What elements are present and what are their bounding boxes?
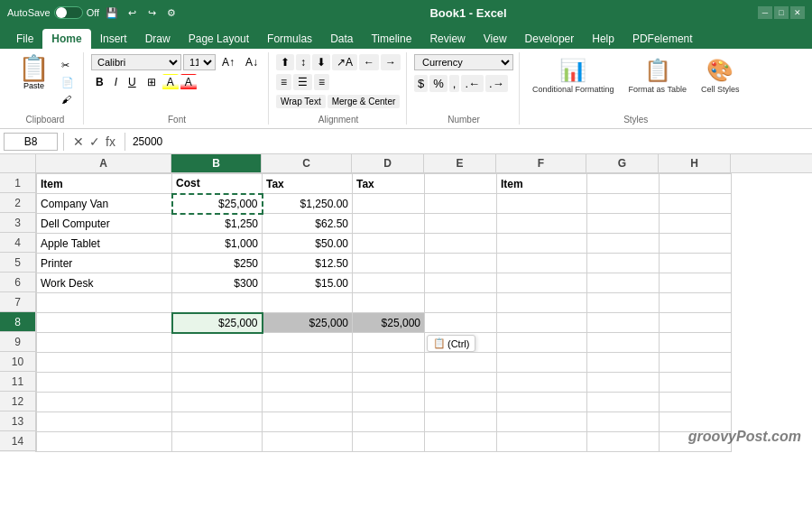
cell-g12[interactable] bbox=[587, 393, 660, 412]
cell-h11[interactable] bbox=[660, 373, 732, 393]
cell-styles-button[interactable]: 🎨 Cell Styles bbox=[696, 54, 745, 97]
col-header-c[interactable]: C bbox=[262, 154, 352, 172]
cell-e6[interactable] bbox=[425, 273, 497, 293]
row-header-5[interactable]: 5 bbox=[0, 253, 35, 273]
font-size-select[interactable]: 11 bbox=[183, 54, 216, 70]
align-bottom-button[interactable]: ⬇ bbox=[312, 54, 330, 70]
cell-c6[interactable]: $15.00 bbox=[263, 273, 353, 293]
confirm-formula-icon[interactable]: ✓ bbox=[89, 134, 100, 149]
cell-d13[interactable] bbox=[353, 412, 425, 432]
tab-data[interactable]: Data bbox=[321, 29, 362, 49]
cell-e11[interactable] bbox=[425, 373, 497, 393]
cell-c5[interactable]: $12.50 bbox=[263, 254, 353, 273]
cell-g1[interactable] bbox=[587, 174, 660, 194]
cell-d9[interactable] bbox=[353, 333, 425, 353]
cell-e2[interactable] bbox=[425, 194, 497, 214]
cell-a3[interactable]: Dell Computer bbox=[37, 214, 172, 234]
cell-a4[interactable]: Apple Tablet bbox=[37, 234, 172, 254]
cell-e13[interactable] bbox=[425, 412, 497, 432]
cell-a14[interactable] bbox=[37, 432, 172, 452]
cell-h5[interactable] bbox=[660, 254, 732, 273]
cell-g7[interactable] bbox=[587, 293, 660, 313]
format-as-table-button[interactable]: 📋 Format as Table bbox=[623, 54, 692, 97]
cell-b1[interactable]: Cost bbox=[172, 174, 263, 194]
cell-g4[interactable] bbox=[587, 234, 660, 254]
font-color-button[interactable]: A bbox=[180, 74, 197, 90]
increase-decimal-button[interactable]: .→ bbox=[485, 75, 508, 92]
tab-developer[interactable]: Developer bbox=[516, 29, 584, 49]
cell-e5[interactable] bbox=[425, 254, 497, 273]
row-header-7[interactable]: 7 bbox=[0, 292, 35, 312]
indent-increase-button[interactable]: → bbox=[381, 54, 401, 70]
cell-e14[interactable] bbox=[425, 432, 497, 452]
cell-a5[interactable]: Printer bbox=[37, 254, 172, 273]
cell-e7[interactable] bbox=[425, 293, 497, 313]
cell-b11[interactable] bbox=[172, 373, 263, 393]
cell-b3[interactable]: $1,250 bbox=[172, 214, 263, 234]
cell-d10[interactable] bbox=[353, 353, 425, 373]
cell-b9[interactable] bbox=[172, 333, 263, 353]
cell-c9[interactable] bbox=[263, 333, 353, 353]
number-format-select[interactable]: Currency General Number Accounting Date … bbox=[414, 54, 513, 70]
cell-c3[interactable]: $62.50 bbox=[263, 214, 353, 234]
cell-b13[interactable] bbox=[172, 412, 263, 432]
cell-e12[interactable] bbox=[425, 393, 497, 412]
cell-b12[interactable] bbox=[172, 393, 263, 412]
fill-color-button[interactable]: A bbox=[162, 74, 179, 90]
cell-d7[interactable] bbox=[353, 293, 425, 313]
row-header-12[interactable]: 12 bbox=[0, 392, 35, 411]
row-header-9[interactable]: 9 bbox=[0, 332, 35, 352]
cell-f6[interactable] bbox=[497, 273, 587, 293]
cell-f13[interactable] bbox=[497, 412, 587, 432]
wrap-text-button[interactable]: Wrap Text bbox=[276, 95, 326, 108]
cell-e1[interactable] bbox=[425, 174, 497, 194]
cell-g6[interactable] bbox=[587, 273, 660, 293]
cell-a12[interactable] bbox=[37, 393, 172, 412]
col-header-b[interactable]: B bbox=[171, 154, 262, 172]
merge-center-button[interactable]: Merge & Center bbox=[328, 95, 401, 108]
indent-decrease-button[interactable]: ← bbox=[359, 54, 379, 70]
cell-g11[interactable] bbox=[587, 373, 660, 393]
col-header-g[interactable]: G bbox=[586, 154, 659, 172]
cell-f12[interactable] bbox=[497, 393, 587, 412]
cell-d11[interactable] bbox=[353, 373, 425, 393]
cell-f3[interactable] bbox=[497, 214, 587, 234]
cell-a13[interactable] bbox=[37, 412, 172, 432]
save-icon[interactable]: 💾 bbox=[105, 5, 119, 20]
decrease-font-size-button[interactable]: A↓ bbox=[241, 54, 263, 70]
cell-g3[interactable] bbox=[587, 214, 660, 234]
cell-f7[interactable] bbox=[497, 293, 587, 313]
conditional-formatting-button[interactable]: 📊 Conditional Formatting bbox=[527, 54, 620, 97]
customize-icon[interactable]: ⚙ bbox=[164, 5, 179, 20]
cell-f1[interactable]: Item bbox=[497, 174, 587, 194]
col-header-f[interactable]: F bbox=[496, 154, 586, 172]
cell-c2[interactable]: $1,250.00 bbox=[263, 194, 353, 214]
cut-button[interactable]: ✂ bbox=[58, 58, 78, 73]
cell-h6[interactable] bbox=[660, 273, 732, 293]
autosave-toggle[interactable] bbox=[54, 6, 83, 19]
cell-c1[interactable]: Tax bbox=[263, 174, 353, 194]
cell-a6[interactable]: Work Desk bbox=[37, 273, 172, 293]
cell-h4[interactable] bbox=[660, 234, 732, 254]
tab-formulas[interactable]: Formulas bbox=[258, 29, 321, 49]
orientation-button[interactable]: ↗A bbox=[332, 54, 357, 70]
decrease-decimal-button[interactable]: .← bbox=[461, 75, 484, 92]
cell-a9[interactable] bbox=[37, 333, 172, 353]
cell-b2[interactable]: $25,000 bbox=[172, 194, 263, 214]
cell-e10[interactable] bbox=[425, 353, 497, 373]
currency-button[interactable]: $ bbox=[414, 75, 428, 92]
cell-h1[interactable] bbox=[660, 174, 732, 194]
align-top-button[interactable]: ⬆ bbox=[276, 54, 294, 70]
copy-button[interactable]: 📄 bbox=[58, 75, 78, 90]
cell-d14[interactable] bbox=[353, 432, 425, 452]
cell-c11[interactable] bbox=[263, 373, 353, 393]
cell-a8[interactable] bbox=[37, 313, 172, 333]
cell-h7[interactable] bbox=[660, 293, 732, 313]
formula-input[interactable] bbox=[131, 134, 808, 150]
tab-timeline[interactable]: Timeline bbox=[362, 29, 420, 49]
cell-a2[interactable]: Company Van bbox=[37, 194, 172, 214]
cell-c13[interactable] bbox=[263, 412, 353, 432]
minimize-button[interactable]: ─ bbox=[758, 6, 772, 19]
clipboard-tooltip[interactable]: 📋 (Ctrl) bbox=[427, 335, 475, 352]
cell-f8[interactable] bbox=[497, 313, 587, 333]
